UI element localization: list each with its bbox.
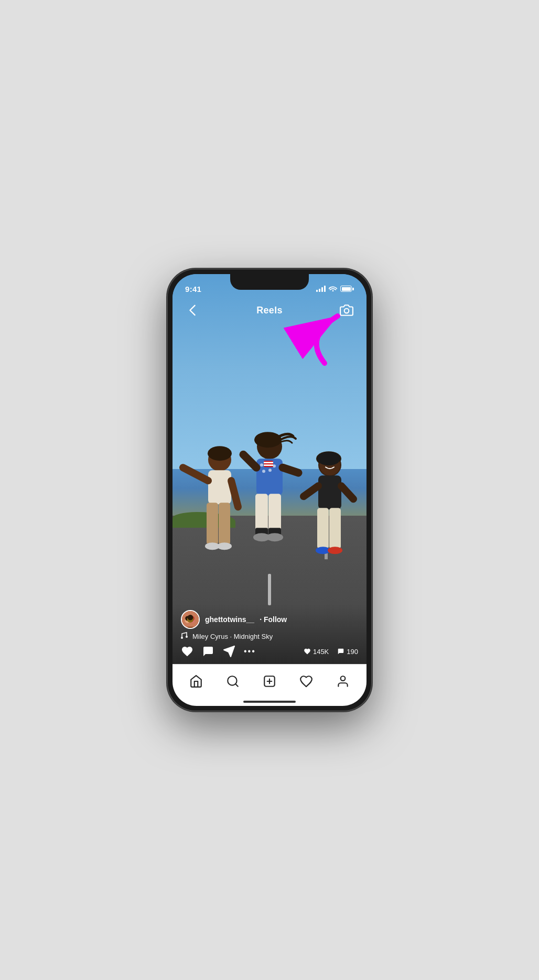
follow-button[interactable]: · Follow <box>260 615 287 624</box>
nav-add[interactable] <box>257 669 282 694</box>
more-button[interactable]: ••• <box>244 647 256 656</box>
svg-point-14 <box>260 463 263 466</box>
svg-rect-20 <box>264 462 273 463</box>
status-icons <box>316 285 354 293</box>
username-text: ghettotwins__ <box>205 615 254 624</box>
like-button[interactable] <box>181 645 193 658</box>
svg-line-5 <box>183 467 208 481</box>
comments-count: 190 <box>347 648 358 656</box>
signal-icon <box>316 286 326 292</box>
comment-button[interactable] <box>202 645 214 658</box>
svg-rect-35 <box>317 508 329 549</box>
svg-point-41 <box>344 309 349 313</box>
back-button[interactable] <box>183 301 202 320</box>
action-and-stats: ••• 145K 190 <box>181 645 358 658</box>
svg-rect-24 <box>255 494 268 533</box>
svg-rect-19 <box>264 461 273 467</box>
svg-point-18 <box>268 469 272 472</box>
svg-point-29 <box>266 533 283 541</box>
svg-point-59 <box>341 676 346 681</box>
svg-line-33 <box>304 486 318 496</box>
likes-count: 145K <box>313 648 329 656</box>
svg-point-17 <box>262 470 265 473</box>
svg-rect-25 <box>268 494 281 533</box>
nav-activity[interactable] <box>294 669 319 694</box>
phone-screen: 9:41 <box>173 274 366 706</box>
battery-icon <box>340 286 354 292</box>
stats-row: 145K 190 <box>304 648 358 656</box>
left-actions: ••• <box>181 645 256 658</box>
reels-header: Reels <box>173 297 366 323</box>
video-area[interactable]: Reels <box>173 274 366 664</box>
home-indicator <box>243 701 296 703</box>
svg-point-12 <box>254 432 282 448</box>
svg-marker-53 <box>224 646 234 657</box>
svg-rect-7 <box>207 503 218 545</box>
svg-point-51 <box>186 636 188 638</box>
nav-search[interactable] <box>220 669 245 694</box>
svg-rect-36 <box>329 508 341 549</box>
status-time: 9:41 <box>185 285 201 293</box>
reels-title: Reels <box>256 305 283 316</box>
svg-line-6 <box>231 481 238 507</box>
music-text: Miley Cyrus · Midnight Sky <box>192 633 273 640</box>
share-button[interactable] <box>223 645 235 658</box>
camera-button[interactable] <box>337 301 356 320</box>
comments-stat: 190 <box>337 648 358 656</box>
avatar <box>181 610 200 629</box>
video-info: ghettotwins__ · Follow Miley Cyrus · Mid… <box>173 604 366 664</box>
svg-line-22 <box>243 454 256 467</box>
svg-rect-21 <box>264 464 273 466</box>
svg-point-10 <box>217 542 232 550</box>
bottom-nav <box>173 664 366 706</box>
user-row: ghettotwins__ · Follow <box>181 610 358 629</box>
phone-device: 9:41 <box>167 269 372 711</box>
svg-point-3 <box>208 446 232 461</box>
svg-point-38 <box>328 547 342 554</box>
svg-line-23 <box>283 467 298 473</box>
svg-point-40 <box>317 452 340 465</box>
notch <box>230 274 309 290</box>
nav-profile[interactable] <box>330 669 355 694</box>
svg-rect-32 <box>318 475 341 509</box>
svg-point-50 <box>181 637 183 639</box>
likes-stat: 145K <box>304 648 329 656</box>
svg-rect-8 <box>219 503 230 545</box>
nav-home[interactable] <box>184 669 209 694</box>
svg-rect-4 <box>208 470 231 504</box>
music-icon <box>181 632 188 641</box>
svg-line-34 <box>341 486 353 499</box>
wifi-icon <box>329 285 337 293</box>
svg-point-49 <box>188 615 193 620</box>
music-row: Miley Cyrus · Midnight Sky <box>181 632 358 641</box>
svg-line-55 <box>235 684 238 687</box>
